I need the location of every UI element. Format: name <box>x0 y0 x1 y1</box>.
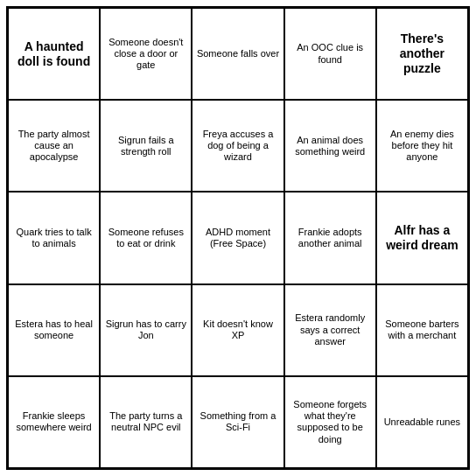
bingo-cell-9: An enemy dies before they hit anyone <box>376 100 468 192</box>
bingo-cell-7: Freya accuses a dog of being a wizard <box>192 100 284 192</box>
bingo-cell-14: Alfr has a weird dream <box>376 192 468 284</box>
bingo-cell-24: Unreadable runes <box>376 376 468 468</box>
bingo-cell-17: Kit doesn't know XP <box>192 284 284 376</box>
bingo-cell-8: An animal does something weird <box>284 100 376 192</box>
bingo-cell-11: Someone refuses to eat or drink <box>100 192 192 284</box>
bingo-cell-21: The party turns a neutral NPC evil <box>100 376 192 468</box>
bingo-cell-23: Someone forgets what they're supposed to… <box>284 376 376 468</box>
bingo-cell-20: Frankie sleeps somewhere weird <box>8 376 100 468</box>
bingo-cell-6: Sigrun fails a strength roll <box>100 100 192 192</box>
bingo-cell-0: A haunted doll is found <box>8 8 100 100</box>
bingo-cell-12: ADHD moment (Free Space) <box>192 192 284 284</box>
bingo-cell-10: Quark tries to talk to animals <box>8 192 100 284</box>
bingo-cell-19: Someone barters with a merchant <box>376 284 468 376</box>
bingo-card: A haunted doll is foundSomeone doesn't c… <box>6 6 470 470</box>
bingo-cell-4: There's another puzzle <box>376 8 468 100</box>
bingo-cell-16: Sigrun has to carry Jon <box>100 284 192 376</box>
bingo-cell-1: Someone doesn't close a door or gate <box>100 8 192 100</box>
bingo-cell-18: Estera randomly says a correct answer <box>284 284 376 376</box>
bingo-cell-13: Frankie adopts another animal <box>284 192 376 284</box>
bingo-cell-15: Estera has to heal someone <box>8 284 100 376</box>
bingo-cell-2: Someone falls over <box>192 8 284 100</box>
bingo-cell-5: The party almost cause an apocalypse <box>8 100 100 192</box>
bingo-cell-3: An OOC clue is found <box>284 8 376 100</box>
bingo-cell-22: Something from a Sci-Fi <box>192 376 284 468</box>
